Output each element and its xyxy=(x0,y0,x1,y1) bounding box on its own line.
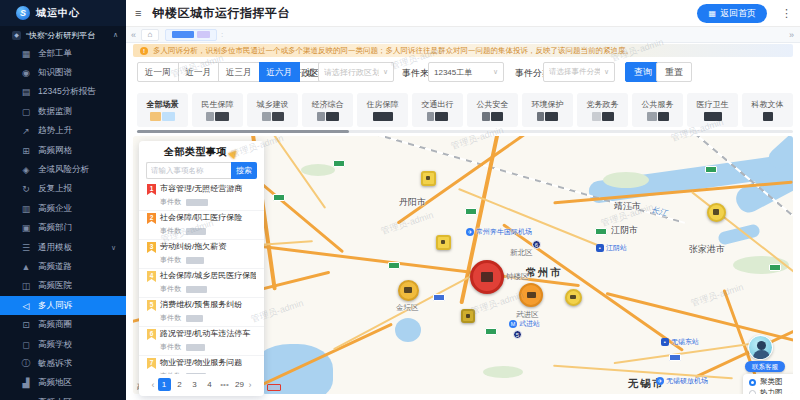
sidebar-item-trend-up[interactable]: ↗趋势上升 xyxy=(0,122,126,141)
category-card[interactable]: 公共服务 xyxy=(632,93,683,127)
list-item[interactable]: 5消费维权/预售服务纠纷 事件数 xyxy=(139,298,264,327)
source-select[interactable]: 12345工单 ∨ xyxy=(428,62,504,82)
tabs-scroll-right-icon[interactable]: » xyxy=(789,30,794,40)
list-item[interactable]: 1市容管理/无照经营游商 事件数 xyxy=(139,182,264,211)
redacted-tab-label xyxy=(172,31,194,38)
page-ellipsis[interactable]: ••• xyxy=(219,378,231,391)
cluster-marker-olive[interactable] xyxy=(461,309,475,323)
redacted-count xyxy=(206,112,229,121)
list-item[interactable]: 2社会保障/职工医疗保险 事件数 xyxy=(139,211,264,240)
category-card-all[interactable]: 全部场景 xyxy=(137,93,188,127)
sidebar-item-repeat-report[interactable]: ↻反复上报 xyxy=(0,180,126,199)
time-range-3months[interactable]: 近三月 xyxy=(218,62,260,82)
category-card[interactable]: 经济综合 xyxy=(302,93,353,127)
category-card[interactable]: 医疗卫生 xyxy=(687,93,738,127)
list-item[interactable]: 3劳动纠纷/拖欠薪资 事件数 xyxy=(139,240,264,269)
sidebar-item-hf-region[interactable]: ▟高频地区 xyxy=(0,374,126,393)
contact-service-button[interactable]: 联系客服 xyxy=(745,361,785,372)
customer-service-avatar[interactable] xyxy=(748,335,773,360)
sidebar-item-multi-complaint[interactable]: ◁多人同诉 xyxy=(0,296,126,315)
sidebar-item-hf-department[interactable]: ▣高频部门 xyxy=(0,219,126,238)
prev-page-button[interactable]: ‹ xyxy=(152,380,155,390)
tab-bar: « ⌂ : » xyxy=(126,27,800,43)
scrollbar-thumb[interactable] xyxy=(137,130,349,133)
category-card[interactable]: 住房保障 xyxy=(357,93,408,127)
sidebar-item-hf-business[interactable]: ⊡高频商圈 xyxy=(0,315,126,334)
tabs-scroll-left-icon[interactable]: « xyxy=(131,30,136,40)
category-card[interactable]: 交通出行 xyxy=(412,93,463,127)
next-page-button[interactable]: › xyxy=(249,380,252,390)
redacted-count xyxy=(481,272,494,282)
rank-badge: 6 xyxy=(147,329,156,340)
cluster-marker-orange[interactable] xyxy=(519,283,543,307)
list-item[interactable]: 7物业管理/物业服务问题 事件数 xyxy=(139,356,264,374)
page-29[interactable]: 29 xyxy=(234,378,246,391)
category-card[interactable]: 科教文体 xyxy=(742,93,793,127)
category-card[interactable]: 民生保障 xyxy=(192,93,243,127)
sidebar-item-sensitive[interactable]: ⓘ敏感诉求 xyxy=(0,354,126,373)
sidebar-item-knowledge-graph[interactable]: ◉知识图谱 xyxy=(0,63,126,82)
poi-station: ▪江阴站 xyxy=(596,243,627,253)
sidebar-item-risk-analysis[interactable]: ◈全域风险分析 xyxy=(0,160,126,179)
page-4[interactable]: 4 xyxy=(204,378,216,391)
type-select[interactable]: 请选择事件分类 ∨ xyxy=(543,62,615,82)
reset-button[interactable]: 重置 xyxy=(656,62,692,82)
region-select[interactable]: 请选择行政区划 ∨ xyxy=(318,62,394,82)
list-item[interactable]: 4社会保障/城乡居民医疗保险 事件数 xyxy=(139,269,264,298)
time-range-month[interactable]: 近一月 xyxy=(178,62,220,82)
rank-badge: 2 xyxy=(147,213,156,224)
heat-layer-option[interactable]: 热力图 xyxy=(749,388,793,394)
map-label-river: 长江 xyxy=(650,204,668,219)
time-range-6months[interactable]: 近六月 xyxy=(259,62,301,82)
sidebar-item-hf-road[interactable]: ▲高频道路 xyxy=(0,257,126,276)
sidebar-item-hf-community[interactable]: ⌂高频小区 xyxy=(0,393,126,400)
back-home-button[interactable]: ▦ 返回首页 xyxy=(697,4,767,23)
more-menu-icon[interactable]: ⋮ xyxy=(781,7,792,20)
page-3[interactable]: 3 xyxy=(189,378,201,391)
highway-shield xyxy=(769,264,781,271)
sidebar-item-all-orders[interactable]: ▦全部工单 xyxy=(0,44,126,63)
redacted-count xyxy=(150,112,175,121)
cluster-marker-red[interactable] xyxy=(470,260,504,294)
school-icon: ◻ xyxy=(21,340,31,350)
cluster-marker-yellow[interactable] xyxy=(707,203,726,222)
cluster-marker-yellow[interactable] xyxy=(421,171,436,186)
home-tab[interactable]: ⌂ xyxy=(141,29,159,41)
page-2[interactable]: 2 xyxy=(174,378,186,391)
rank-badge: 1 xyxy=(147,184,156,195)
highway-shield xyxy=(433,294,445,301)
sidebar-item-hf-school[interactable]: ◻高频学校 xyxy=(0,335,126,354)
page-1[interactable]: 1 xyxy=(158,378,171,391)
time-range-week[interactable]: 近一周 xyxy=(137,62,179,82)
sidebar-item-template[interactable]: ☰通用模板∨ xyxy=(0,238,126,257)
cluster-marker-yellow[interactable] xyxy=(565,289,582,306)
sidebar-group-label: “快察”分析研判平台 xyxy=(26,30,95,41)
info-circle-icon: ! xyxy=(140,47,148,55)
sidebar-item-data-monitor[interactable]: ▢数据监测 xyxy=(0,102,126,121)
redacted-tab-label xyxy=(197,31,210,38)
sidebar-group-header[interactable]: ◆ “快察”分析研判平台 ∧ xyxy=(0,26,126,44)
category-card[interactable]: 党务政务 xyxy=(577,93,628,127)
active-tab[interactable] xyxy=(165,29,217,41)
search-input[interactable] xyxy=(146,162,231,179)
panel-header: 全部类型事项 xyxy=(139,141,264,158)
highway-shield xyxy=(485,328,497,335)
redacted-count xyxy=(404,287,412,293)
highway-shield xyxy=(273,194,285,201)
search-button[interactable]: 搜索 xyxy=(231,162,257,179)
sidebar-item-hf-hospital[interactable]: ◫高频医院 xyxy=(0,277,126,296)
sidebar-item-12345-report[interactable]: ▤12345分析报告 xyxy=(0,83,126,102)
road-icon: ▲ xyxy=(21,262,31,272)
category-card[interactable]: 城乡建设 xyxy=(247,93,298,127)
cluster-marker-amber[interactable] xyxy=(398,280,419,301)
sidebar-item-grid-hotspot[interactable]: ⊞高频网格 xyxy=(0,141,126,160)
sidebar-item-hf-enterprise[interactable]: ▥高频企业 xyxy=(0,199,126,218)
list-item[interactable]: 6路况管理/机动车违法停车 事件数 xyxy=(139,327,264,356)
cluster-marker-yellow[interactable] xyxy=(436,235,451,250)
cluster-layer-option[interactable]: 聚类图 xyxy=(749,377,793,387)
avatar xyxy=(753,350,770,360)
category-card[interactable]: 公共安全 xyxy=(467,93,518,127)
rank-badge: 7 xyxy=(147,358,156,369)
menu-toggle-icon[interactable]: ≡ xyxy=(135,7,141,19)
category-card[interactable]: 环境保护 xyxy=(522,93,573,127)
